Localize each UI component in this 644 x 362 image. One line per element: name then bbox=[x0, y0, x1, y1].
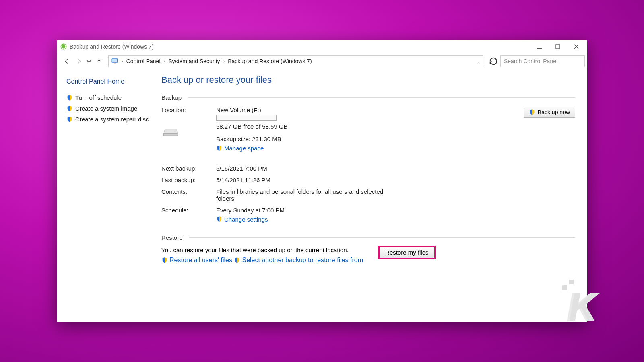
manage-space-label: Manage space bbox=[224, 145, 264, 152]
backup-restore-app-icon bbox=[60, 43, 67, 50]
search-input[interactable]: Search Control Panel bbox=[500, 55, 585, 67]
select-another-backup-label: Select another backup to restore files f… bbox=[242, 257, 363, 264]
title-bar: Backup and Restore (Windows 7) bbox=[57, 40, 587, 53]
breadcrumb-item[interactable]: Backup and Restore (Windows 7) bbox=[228, 58, 312, 64]
recent-locations-dropdown[interactable] bbox=[86, 56, 92, 66]
close-button[interactable] bbox=[567, 41, 586, 53]
sidebar-link-label: Create a system image bbox=[75, 105, 137, 112]
contents-label: Contents: bbox=[161, 188, 214, 202]
page-title: Back up or restore your files bbox=[161, 75, 575, 85]
up-button[interactable] bbox=[94, 56, 104, 66]
control-panel-home-link[interactable]: Control Panel Home bbox=[66, 78, 151, 85]
window-title: Backup and Restore (Windows 7) bbox=[70, 43, 154, 50]
last-backup-label: Last backup: bbox=[161, 177, 214, 183]
search-placeholder: Search Control Panel bbox=[504, 58, 557, 64]
select-another-backup-link[interactable]: Select another backup to restore files f… bbox=[234, 257, 363, 264]
location-label: Location: bbox=[161, 107, 214, 113]
shield-icon bbox=[161, 257, 168, 263]
breadcrumb-item[interactable]: Control Panel bbox=[126, 58, 161, 64]
svg-marker-6 bbox=[164, 129, 178, 134]
back-button[interactable] bbox=[62, 56, 72, 66]
content-area: Control Panel Home Turn off schedule Cre… bbox=[57, 69, 587, 322]
refresh-button[interactable] bbox=[488, 56, 499, 66]
svg-rect-5 bbox=[114, 63, 116, 64]
back-up-now-button[interactable]: Back up now bbox=[524, 107, 575, 118]
address-dropdown-icon[interactable]: ⌄ bbox=[477, 59, 481, 64]
restore-all-users-link[interactable]: Restore all users' files bbox=[161, 257, 232, 264]
sidebar: Control Panel Home Turn off schedule Cre… bbox=[57, 69, 157, 322]
backup-size-text: Backup size: 231.30 MB bbox=[216, 136, 504, 142]
schedule-value: Every Sunday at 7:00 PM bbox=[216, 207, 385, 214]
svg-rect-7 bbox=[164, 134, 178, 136]
turn-off-schedule-link[interactable]: Turn off schedule bbox=[66, 94, 151, 101]
schedule-label: Schedule: bbox=[161, 207, 214, 224]
nav-bar: › Control Panel › System and Security › … bbox=[57, 53, 587, 69]
backup-info-grid: Location: New Volume (F:) 58.27 GB free … bbox=[161, 107, 575, 153]
shield-icon bbox=[234, 257, 240, 263]
shield-icon bbox=[216, 145, 223, 152]
restore-area: You can restore your files that were bac… bbox=[161, 247, 575, 265]
shield-icon bbox=[66, 105, 73, 112]
forward-button[interactable] bbox=[74, 56, 84, 66]
address-bar[interactable]: › Control Panel › System and Security › … bbox=[108, 55, 483, 67]
restore-section-label: Restore bbox=[161, 234, 183, 241]
volume-name: New Volume (F:) bbox=[216, 107, 504, 113]
change-settings-link[interactable]: Change settings bbox=[216, 216, 268, 223]
shield-icon bbox=[66, 116, 73, 123]
manage-space-link[interactable]: Manage space bbox=[216, 145, 264, 152]
create-system-image-link[interactable]: Create a system image bbox=[66, 105, 151, 112]
shield-icon bbox=[66, 95, 73, 101]
space-progress-bar bbox=[216, 115, 277, 121]
svg-rect-2 bbox=[556, 45, 560, 49]
main-content: Back up or restore your files Backup Loc… bbox=[157, 69, 587, 322]
free-space-text: 58.27 GB free of 58.59 GB bbox=[216, 123, 504, 130]
next-backup-label: Next backup: bbox=[161, 165, 214, 172]
create-repair-disc-link[interactable]: Create a system repair disc bbox=[66, 116, 151, 123]
svg-rect-4 bbox=[112, 59, 117, 62]
restore-my-files-button[interactable]: Restore my files bbox=[379, 247, 435, 258]
sidebar-link-label: Create a system repair disc bbox=[75, 116, 149, 123]
last-backup-value: 5/14/2021 11:26 PM bbox=[216, 177, 385, 183]
contents-value: Files in libraries and personal folders … bbox=[216, 188, 385, 202]
shield-icon bbox=[216, 216, 223, 222]
drive-icon bbox=[161, 125, 180, 138]
back-up-now-label: Back up now bbox=[538, 109, 570, 115]
backup-section-header: Backup bbox=[161, 94, 575, 101]
shield-icon bbox=[529, 109, 535, 115]
next-backup-value: 5/16/2021 7:00 PM bbox=[216, 165, 385, 172]
svg-rect-1 bbox=[537, 48, 542, 49]
change-settings-label: Change settings bbox=[224, 216, 268, 223]
restore-my-files-label: Restore my files bbox=[385, 249, 429, 256]
breadcrumb-item[interactable]: System and Security bbox=[168, 58, 220, 64]
backup-section-label: Backup bbox=[161, 94, 182, 101]
sidebar-link-label: Turn off schedule bbox=[75, 94, 122, 101]
window: Backup and Restore (Windows 7) bbox=[57, 40, 587, 322]
control-panel-icon bbox=[111, 58, 118, 65]
maximize-button[interactable] bbox=[549, 41, 567, 53]
restore-section-header: Restore bbox=[161, 234, 575, 241]
restore-all-users-label: Restore all users' files bbox=[169, 257, 232, 264]
minimize-button[interactable] bbox=[530, 41, 549, 53]
restore-description: You can restore your files that were bac… bbox=[161, 247, 363, 253]
